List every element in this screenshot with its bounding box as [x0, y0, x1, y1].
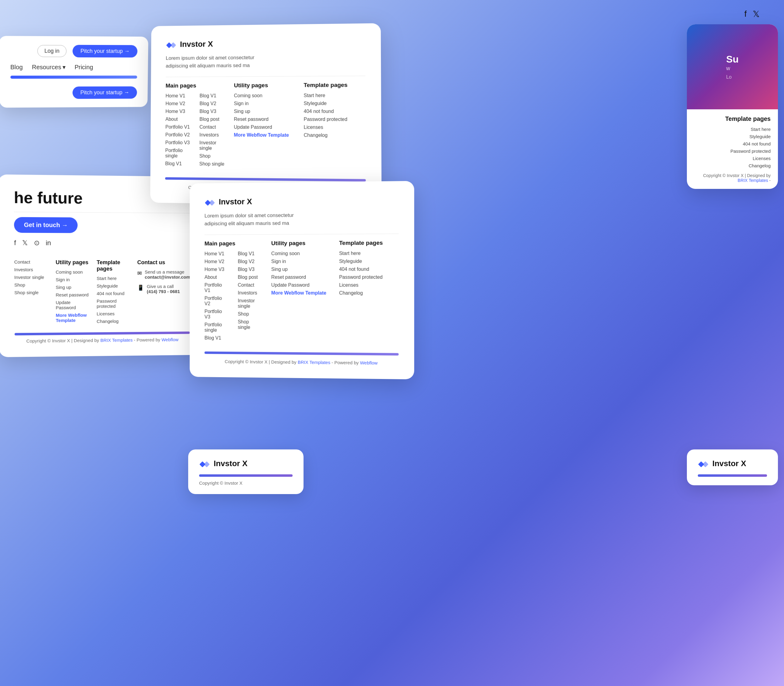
list-item[interactable]: Blog V1 — [199, 93, 225, 98]
list-item[interactable]: Licenses — [97, 311, 131, 317]
list-item[interactable]: Sing up — [234, 109, 295, 114]
list-item[interactable]: Licenses — [694, 156, 771, 161]
nav-pricing[interactable]: Pricing — [75, 64, 93, 70]
list-item[interactable]: Shop — [14, 282, 49, 287]
list-item[interactable]: Shop single — [238, 319, 262, 330]
list-item[interactable]: Shop single — [14, 290, 49, 295]
webflow-link-2[interactable]: Webflow — [161, 337, 178, 342]
list-item[interactable]: About — [165, 117, 191, 122]
list-item[interactable]: Changelog — [304, 132, 366, 138]
list-item[interactable]: Sing up — [56, 284, 91, 290]
list-item[interactable]: Licenses — [339, 283, 399, 288]
list-item[interactable]: Contact — [199, 124, 225, 130]
list-item[interactable]: Coming soon — [234, 93, 295, 98]
webflow-link-3[interactable]: Webflow — [360, 360, 378, 366]
list-item[interactable]: Investor single — [238, 298, 262, 309]
list-item[interactable]: Start here — [303, 93, 365, 98]
list-item[interactable]: Portfolio V2 — [205, 296, 229, 306]
list-item[interactable]: Portfolio V1 — [205, 283, 229, 293]
list-item[interactable]: Coming soon — [271, 251, 330, 256]
list-item[interactable]: Investor single — [199, 140, 225, 151]
nav-resources[interactable]: Resources ▾ — [32, 64, 65, 71]
list-item[interactable]: Investors — [238, 290, 262, 296]
list-item[interactable]: Investors — [199, 132, 225, 137]
list-item[interactable]: Update Password — [271, 283, 330, 288]
list-item[interactable]: 404 not found — [339, 266, 399, 272]
list-item[interactable]: Blog V1 — [238, 251, 262, 256]
phone-number[interactable]: (414) 793 - 0681 — [147, 289, 180, 294]
list-item[interactable]: Reset password — [56, 292, 91, 297]
list-item[interactable]: About — [205, 274, 229, 280]
twitter-social-icon[interactable]: 𝕏 — [22, 239, 28, 247]
facebook-social-icon[interactable]: f — [14, 239, 16, 247]
list-item[interactable]: Shop single — [199, 161, 225, 167]
list-item[interactable]: Changelog — [339, 290, 399, 296]
list-item[interactable]: Investors — [14, 267, 49, 272]
list-item[interactable]: Styleguide — [97, 283, 131, 289]
list-item[interactable]: Blog V3 — [199, 109, 225, 114]
list-item[interactable]: Portfolio single — [205, 322, 229, 333]
list-item[interactable]: Update Password — [234, 124, 294, 130]
list-item-more-webflow-2[interactable]: More Webflow Template — [56, 312, 91, 323]
instagram-social-icon[interactable]: ⊙ — [34, 239, 39, 247]
list-item-more-webflow[interactable]: More Webflow Template — [234, 132, 294, 138]
login-button[interactable]: Log in — [37, 45, 67, 57]
list-item[interactable]: Start here — [339, 250, 399, 256]
list-item[interactable]: 404 not found — [694, 141, 771, 146]
list-item[interactable]: Sing up — [271, 266, 330, 272]
linkedin-social-icon[interactable]: in — [46, 239, 51, 247]
list-item[interactable]: 404 not found — [97, 291, 131, 296]
list-item[interactable]: Blog post — [238, 274, 262, 280]
list-item[interactable]: Password protected — [694, 149, 771, 154]
twitter-icon[interactable]: 𝕏 — [753, 9, 760, 19]
list-item[interactable]: Password protected — [97, 298, 131, 309]
list-item[interactable]: Home V2 — [165, 101, 191, 106]
list-item[interactable]: Blog V1 — [205, 335, 229, 341]
list-item[interactable]: Investor single — [14, 274, 49, 280]
email-address[interactable]: contact@invstor.com — [145, 274, 190, 280]
brix-templates-link-2[interactable]: BRIX Templates — [101, 337, 133, 343]
list-item[interactable]: Styleguide — [694, 134, 771, 139]
list-item[interactable]: Home V1 — [205, 251, 229, 256]
list-item-more-webflow-3[interactable]: More Webflow Template — [271, 290, 330, 296]
pitch-button-1[interactable]: Pitch your startup → — [73, 45, 137, 58]
list-item[interactable]: Start here — [97, 276, 131, 281]
list-item[interactable]: Changelog — [694, 163, 771, 168]
list-item[interactable]: Reset password — [234, 117, 295, 122]
facebook-icon[interactable]: f — [744, 9, 747, 19]
list-item[interactable]: Sign in — [271, 259, 330, 264]
list-item[interactable]: Shop — [199, 154, 225, 159]
list-item[interactable]: Changelog — [97, 318, 131, 324]
list-item[interactable]: Password protected — [339, 274, 399, 280]
list-item[interactable]: Coming soon — [55, 270, 90, 274]
list-item[interactable]: Blog V2 — [199, 101, 225, 106]
pitch-button-2[interactable]: Pitch your startup → — [73, 86, 137, 99]
list-item[interactable]: Sign in — [234, 101, 295, 106]
list-item[interactable]: Blog V2 — [238, 259, 262, 264]
list-item[interactable]: Home V3 — [165, 109, 191, 114]
list-item[interactable]: Update Password — [56, 300, 91, 310]
list-item[interactable]: Sign in — [56, 277, 91, 282]
nav-blog[interactable]: Blog — [10, 64, 23, 70]
list-item[interactable]: Portfolio V3 — [205, 309, 229, 320]
list-item[interactable]: Home V1 — [165, 93, 191, 99]
list-item[interactable]: Home V3 — [205, 266, 229, 272]
brix-link-3[interactable]: BRIX Templates — [298, 359, 331, 365]
list-item[interactable]: Styleguide — [339, 258, 399, 264]
list-item[interactable]: Shop — [238, 311, 262, 317]
list-item[interactable]: Licenses — [304, 124, 366, 130]
list-item[interactable]: Portfolio V1 — [165, 124, 191, 130]
list-item[interactable]: Styleguide — [304, 101, 366, 106]
list-item[interactable]: Portfolio single — [165, 148, 190, 159]
get-in-touch-button[interactable]: Get in touch → — [14, 217, 78, 233]
list-item[interactable]: Blog V3 — [238, 266, 262, 272]
list-item[interactable]: Start here — [694, 127, 771, 132]
list-item[interactable]: Contact — [14, 259, 49, 265]
list-item[interactable]: Contact — [238, 283, 262, 288]
list-item[interactable]: Blog post — [199, 117, 225, 122]
list-item[interactable]: Blog V1 — [165, 161, 190, 167]
list-item[interactable]: Home V2 — [205, 259, 229, 265]
list-item[interactable]: Reset password — [271, 274, 330, 280]
list-item[interactable]: Portfolio V2 — [165, 132, 191, 137]
list-item[interactable]: Portfolio V3 — [165, 140, 191, 145]
